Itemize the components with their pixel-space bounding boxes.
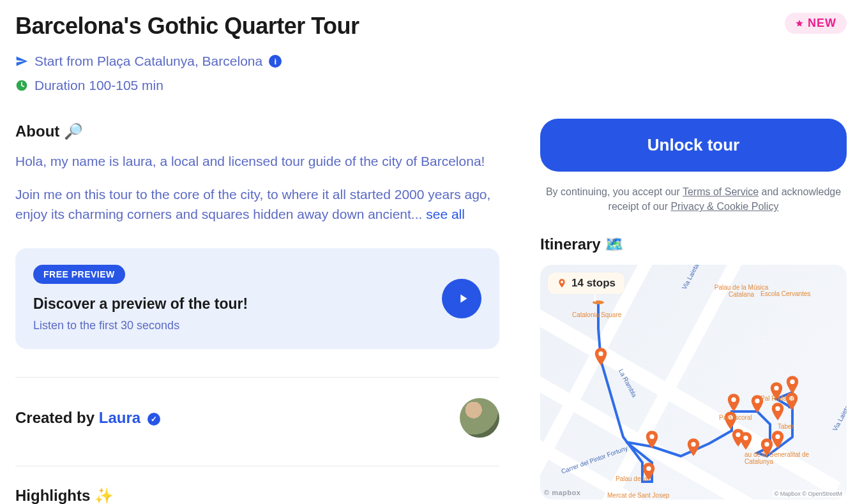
consent-pre: By continuing, you accept our [546,186,683,197]
preview-subtitle: Listen to the first 30 seconds [33,319,248,332]
map-label: Escola Cervantes [760,290,810,297]
duration-text: Duration 100-105 min [34,78,163,93]
author-link[interactable]: Laura [99,409,140,426]
map-label: Mercat de Sant Josep [607,492,669,499]
free-preview-card: FREE PREVIEW Discover a preview of the t… [15,248,499,349]
created-by-row: Created by Laura ✓ [15,398,499,438]
svg-point-11 [755,399,759,403]
svg-point-5 [649,434,654,439]
map-pin-icon [785,376,799,394]
play-button[interactable] [442,279,481,318]
itinerary-heading: Itinerary 🗺️ [540,235,847,253]
map-pin-icon [594,348,608,366]
start-location-text: Start from Plaça Catalunya, Barcelona [34,54,262,69]
map-pin-icon [727,394,741,411]
map-label: Pala iscoral [719,414,752,421]
play-icon [456,292,470,306]
about-para-2: Join me on this tour to the core of the … [15,185,499,224]
map-attribution-right: © Mapbox © OpenStreetM [773,490,844,498]
see-all-link[interactable]: see all [426,207,465,221]
map-pin-icon [771,403,785,420]
svg-point-14 [775,406,780,411]
new-badge-text: NEW [808,17,836,30]
info-icon[interactable]: i [269,55,282,68]
verified-badge-icon: ✓ [147,413,160,426]
map-pin-icon [645,431,659,448]
map-label: Pal R Major [760,395,794,402]
tos-link[interactable]: Terms of Service [683,186,759,197]
clock-icon [15,79,28,92]
about-para-2-text: Join me on this tour to the core of the … [15,187,490,221]
page-title: Barcelona's Gothic Quarter Tour [15,13,499,40]
new-badge: NEW [785,13,847,34]
pin-icon [557,278,567,288]
privacy-link[interactable]: Privacy & Cookie Policy [670,201,778,212]
divider [15,466,499,466]
author-avatar[interactable] [460,398,499,438]
consent-text: By continuing, you accept our Terms of S… [540,184,847,214]
stops-count-badge: 14 stops [548,272,624,294]
svg-point-10 [743,436,748,440]
map-label: au de la Generalitat de Catalunya [745,451,815,465]
svg-point-1 [593,300,604,304]
svg-point-17 [790,380,794,384]
svg-point-16 [774,386,778,390]
svg-point-8 [731,397,736,402]
svg-point-13 [775,434,780,439]
divider [15,377,499,378]
map-label: Catalonia Square [572,311,621,318]
preview-title: Discover a preview of the tour! [33,295,248,313]
map-label: Palau de la [616,475,647,482]
svg-point-12 [764,442,769,447]
about-heading: About 🔎 [15,122,499,140]
svg-point-4 [646,466,651,471]
map-pin-icon [771,431,785,448]
duration-line: Duration 100-105 min [15,78,499,93]
paper-plane-icon [15,55,28,68]
itinerary-map[interactable]: Catalonia Square Palau de la Música Cata… [540,265,847,500]
map-attribution-left: © mapbox [544,489,580,496]
svg-point-18 [561,281,563,283]
map-label: Taber [778,423,794,430]
star-icon [795,19,804,28]
highlights-heading: Highlights ✨ [15,487,499,504]
stops-count-text: 14 stops [571,277,616,290]
created-by-prefix: Created by [15,409,99,426]
unlock-tour-button[interactable]: Unlock tour [540,119,847,172]
map-pin-icon [739,432,753,450]
map-pin-icon [686,438,700,456]
free-preview-pill: FREE PREVIEW [33,265,125,284]
svg-point-3 [598,352,603,356]
svg-point-6 [691,442,695,447]
about-para-1: Hola, my name is laura, a local and lice… [15,152,499,171]
created-by-text: Created by Laura ✓ [15,409,160,427]
start-location-line: Start from Plaça Catalunya, Barcelona i [15,54,499,69]
